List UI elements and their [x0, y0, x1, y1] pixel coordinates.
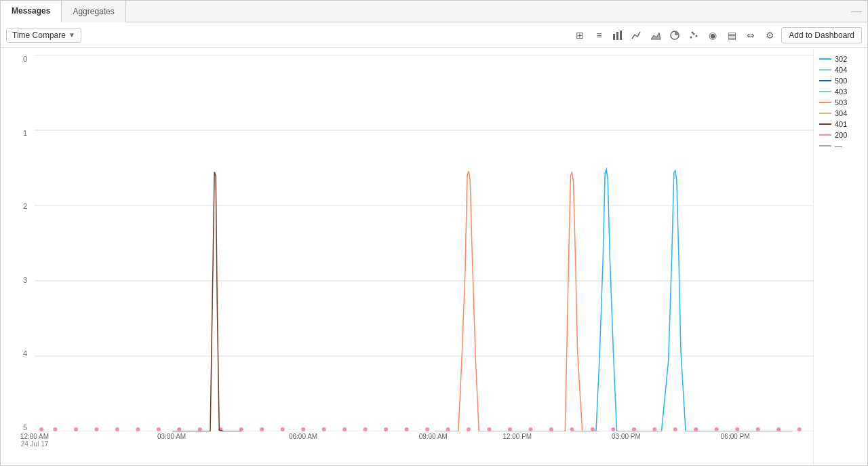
svg-point-52 — [797, 427, 802, 431]
tabs-left: Messages Aggregates — [1, 1, 126, 22]
x-label-3am: 03:00 AM — [157, 433, 186, 440]
legend-item-304[interactable]: 304 — [819, 109, 862, 117]
svg-rect-0 — [613, 34, 615, 40]
x-label-12pm: 12:00 PM — [502, 433, 532, 440]
svg-point-20 — [136, 427, 140, 431]
svg-point-36 — [467, 427, 471, 431]
minimize-icon[interactable]: — — [851, 5, 862, 17]
legend-label-500: 500 — [835, 77, 847, 85]
legend-color-401 — [819, 123, 831, 125]
toolbar-left: Time Compare ▼ — [6, 28, 81, 43]
legend-item-403[interactable]: 403 — [819, 88, 862, 96]
svg-point-17 — [74, 427, 78, 431]
tab-aggregates-label: Aggregates — [73, 7, 114, 16]
legend-color-dash — [819, 145, 831, 147]
svg-point-28 — [301, 427, 305, 431]
svg-point-22 — [177, 427, 181, 431]
legend-label-304: 304 — [835, 109, 847, 117]
legend-item-302[interactable]: 302 — [819, 55, 862, 63]
svg-point-16 — [53, 427, 57, 431]
svg-point-39 — [528, 427, 532, 431]
svg-point-8 — [692, 31, 694, 33]
svg-point-41 — [570, 427, 574, 431]
filter-icon[interactable]: ≡ — [591, 28, 606, 43]
tab-aggregates[interactable]: Aggregates — [62, 1, 125, 22]
add-to-dashboard-button[interactable]: Add to Dashboard — [781, 27, 862, 43]
extra-icon[interactable]: ⇔ — [743, 28, 758, 43]
main-container: Messages Aggregates — Time Compare ▼ ⊞ ≡ — [0, 0, 868, 466]
svg-point-27 — [281, 427, 285, 431]
svg-rect-2 — [620, 31, 622, 40]
table-icon[interactable]: ⊞ — [572, 28, 587, 43]
svg-point-47 — [694, 427, 698, 431]
svg-point-38 — [508, 427, 512, 431]
legend-item-404[interactable]: 404 — [819, 66, 862, 74]
chart-svg — [35, 55, 813, 431]
svg-point-25 — [239, 427, 243, 431]
y-label-3: 3 — [23, 276, 27, 284]
legend-item-200[interactable]: 200 — [819, 131, 862, 139]
svg-point-31 — [363, 427, 368, 431]
tab-messages[interactable]: Messages — [1, 1, 62, 22]
svg-point-29 — [322, 427, 326, 431]
toolbar: Time Compare ▼ ⊞ ≡ ◉ ▤ ⇔ — [1, 22, 867, 48]
svg-point-42 — [591, 427, 595, 431]
legend-item-503[interactable]: 503 — [819, 98, 862, 106]
svg-point-32 — [384, 427, 388, 431]
svg-point-23 — [198, 427, 202, 431]
series-401 — [172, 172, 241, 431]
legend-color-200 — [819, 134, 831, 136]
chart-area: 5 4 3 2 1 0 — [1, 48, 867, 465]
svg-point-49 — [735, 427, 739, 431]
y-label-0: 0 — [23, 55, 27, 63]
svg-point-34 — [425, 427, 429, 431]
x-label-6am: 06:00 AM — [289, 433, 317, 440]
legend-color-503 — [819, 102, 831, 103]
y-label-1: 1 — [23, 129, 27, 137]
svg-point-45 — [652, 427, 656, 431]
legend-item-500[interactable]: 500 — [819, 77, 862, 85]
svg-rect-1 — [616, 32, 618, 40]
text-icon[interactable]: ▤ — [724, 28, 739, 43]
settings-icon[interactable]: ⚙ — [762, 28, 777, 43]
svg-point-15 — [39, 427, 43, 431]
svg-point-5 — [690, 36, 692, 38]
x-label-9am: 09:00 AM — [419, 433, 448, 440]
legend-label-401: 401 — [835, 120, 847, 128]
legend-color-500 — [819, 80, 831, 81]
chart-main: 5 4 3 2 1 0 — [1, 48, 813, 465]
legend-label-dash: — — [835, 142, 842, 150]
bar-chart-icon[interactable] — [610, 28, 625, 43]
svg-point-50 — [756, 427, 760, 431]
svg-point-46 — [673, 427, 677, 431]
scatter-icon[interactable] — [686, 28, 701, 43]
time-compare-button[interactable]: Time Compare ▼ — [6, 28, 81, 43]
chevron-down-icon: ▼ — [68, 31, 75, 39]
svg-point-18 — [94, 427, 98, 431]
svg-point-26 — [260, 427, 264, 431]
x-label-6pm: 06:00 PM — [721, 433, 750, 440]
chart-canvas-wrapper: 5 4 3 2 1 0 — [1, 48, 813, 465]
legend-color-304 — [819, 113, 831, 114]
toolbar-right: ⊞ ≡ ◉ ▤ ⇔ ⚙ Add to Dashboard — [572, 27, 862, 43]
legend-item-401[interactable]: 401 — [819, 120, 862, 128]
pie-chart-icon[interactable] — [667, 28, 682, 43]
svg-point-44 — [632, 427, 636, 431]
svg-point-43 — [611, 427, 615, 431]
area-chart-icon[interactable] — [648, 28, 663, 43]
line-chart-icon[interactable] — [629, 28, 644, 43]
legend-label-302: 302 — [835, 55, 847, 63]
legend-color-404 — [819, 69, 831, 71]
legend-item-dash[interactable]: — — [819, 142, 862, 150]
svg-point-37 — [487, 427, 491, 431]
svg-point-21 — [157, 427, 161, 431]
y-label-5: 5 — [23, 423, 27, 431]
svg-point-33 — [405, 427, 409, 431]
legend-label-200: 200 — [835, 131, 847, 139]
legend-label-503: 503 — [835, 98, 847, 106]
x-label-3pm: 03:00 PM — [612, 433, 641, 440]
map-icon[interactable]: ◉ — [705, 28, 720, 43]
x-axis: 12:00 AM24 Jul 17 03:00 AM 06:00 AM 09:0… — [35, 433, 813, 465]
svg-marker-3 — [651, 33, 660, 39]
svg-point-51 — [776, 427, 781, 431]
